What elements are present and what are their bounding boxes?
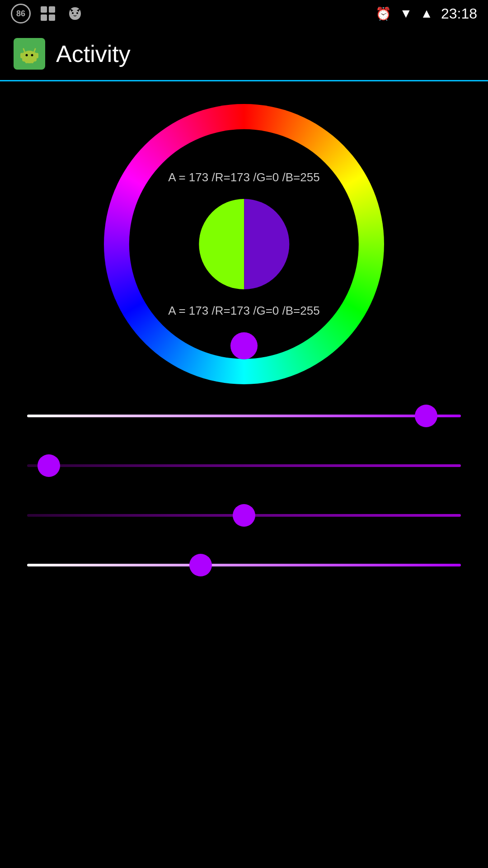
signal-icon: ▲ xyxy=(420,6,433,21)
svg-point-5 xyxy=(76,12,78,14)
svg-rect-2 xyxy=(41,14,47,21)
svg-rect-3 xyxy=(49,14,55,21)
color-label-bottom: A = 173 /R=173 /G=0 /B=255 xyxy=(168,304,319,318)
red-slider-thumb[interactable] xyxy=(38,454,60,477)
svg-rect-1 xyxy=(49,6,55,13)
status-bar-left: 86 xyxy=(11,4,85,24)
sliders-section xyxy=(18,407,470,574)
pie-chart xyxy=(190,190,298,298)
alpha-slider[interactable] xyxy=(27,407,461,425)
svg-rect-13 xyxy=(31,59,33,63)
svg-point-9 xyxy=(31,54,33,56)
cat-icon xyxy=(65,4,85,24)
svg-rect-0 xyxy=(41,6,47,13)
blue-slider[interactable] xyxy=(27,556,461,574)
alarm-icon: ⏰ xyxy=(375,6,391,21)
color-label-top: A = 173 /R=173 /G=0 /B=255 xyxy=(168,170,319,184)
color-wheel[interactable]: A = 173 /R=173 /G=0 /B=255 A = 173 /R=17… xyxy=(104,104,384,384)
svg-rect-12 xyxy=(25,59,28,63)
status-time: 23:18 xyxy=(441,5,477,22)
app-icon xyxy=(14,38,45,70)
green-slider-thumb[interactable] xyxy=(233,504,255,527)
blue-slider-thumb[interactable] xyxy=(189,554,212,576)
svg-rect-11 xyxy=(36,53,38,58)
wheel-thumb[interactable] xyxy=(230,332,258,359)
status-bar-right: ⏰ ▼ ▲ 23:18 xyxy=(375,5,477,22)
status-bar: 86 ⏰ ▼ ▲ 23:18 xyxy=(0,0,488,27)
badge-86-icon: 86 xyxy=(11,4,31,24)
inner-content: A = 173 /R=173 /G=0 /B=255 A = 173 /R=17… xyxy=(168,170,319,318)
red-slider[interactable] xyxy=(27,457,461,475)
alpha-slider-thumb[interactable] xyxy=(415,405,437,427)
app-header: Activity xyxy=(0,27,488,81)
main-content: A = 173 /R=173 /G=0 /B=255 A = 173 /R=17… xyxy=(0,81,488,588)
svg-rect-10 xyxy=(20,53,23,58)
svg-rect-7 xyxy=(22,52,37,61)
grid-icon xyxy=(38,4,58,24)
green-slider[interactable] xyxy=(27,506,461,524)
svg-point-8 xyxy=(26,54,28,56)
wifi-icon: ▼ xyxy=(399,6,412,21)
svg-point-4 xyxy=(72,12,74,14)
app-title: Activity xyxy=(56,40,131,67)
